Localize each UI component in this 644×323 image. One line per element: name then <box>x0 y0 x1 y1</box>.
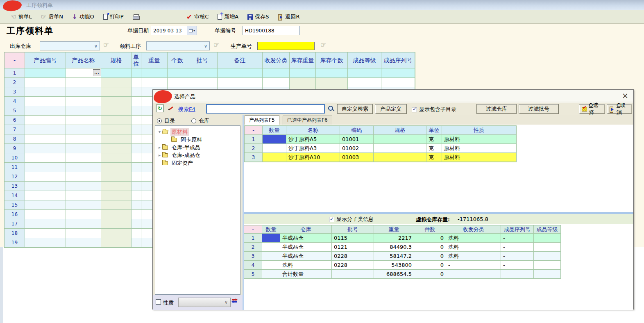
grid-cell[interactable] <box>381 68 415 78</box>
grid-cell[interactable] <box>262 243 280 252</box>
grid-cell[interactable]: 克 <box>426 144 442 153</box>
row-number-cell[interactable]: 4 <box>244 261 262 270</box>
grid-cell[interactable] <box>263 144 286 153</box>
grid-cell[interactable] <box>66 78 101 87</box>
grid-cell[interactable] <box>534 261 561 270</box>
grid-cell[interactable]: 克 <box>426 153 442 162</box>
search-label[interactable]: 搜索F4 <box>178 106 195 113</box>
grid-cell[interactable] <box>446 270 501 279</box>
expand-arrow-icon[interactable]: ▸ <box>157 145 162 150</box>
grid-cell[interactable] <box>534 270 561 279</box>
grid-cell[interactable]: 沙丁原料A5 <box>286 135 340 144</box>
grid-cell[interactable] <box>66 153 101 163</box>
row-number-cell[interactable]: 4 <box>5 97 25 106</box>
grid-cell[interactable] <box>101 78 132 87</box>
grid-cell[interactable] <box>25 87 66 97</box>
row-number-cell[interactable]: 18 <box>5 229 25 238</box>
grid-cell[interactable] <box>101 191 132 200</box>
grid-cell[interactable] <box>141 78 168 87</box>
ellipsis-button[interactable]: … <box>93 69 100 76</box>
filter-warehouse-button[interactable]: 过滤仓库 <box>476 104 517 114</box>
close-icon[interactable]: × <box>622 91 628 100</box>
grid-cell[interactable] <box>132 125 141 134</box>
magnifier-icon[interactable] <box>328 105 334 112</box>
grid-cell[interactable] <box>101 134 132 144</box>
grid-cell[interactable] <box>534 252 561 261</box>
edit-pen-icon[interactable] <box>168 105 174 111</box>
grid-cell[interactable] <box>101 229 132 238</box>
row-number-cell[interactable]: 13 <box>5 182 25 191</box>
grid-cell[interactable] <box>25 153 66 163</box>
row-number-cell[interactable]: 19 <box>5 238 25 248</box>
grid-cell[interactable] <box>66 163 101 172</box>
grid-cell[interactable] <box>101 238 132 248</box>
grid-cell[interactable]: - <box>501 261 534 270</box>
row-number-cell[interactable]: 10 <box>5 153 25 163</box>
grid-cell[interactable] <box>101 68 132 78</box>
custom-search-button[interactable]: 自定义检索 <box>337 104 373 114</box>
refresh-icon[interactable] <box>156 105 164 112</box>
grid-cell[interactable]: 01003 <box>340 153 374 162</box>
grid-cell[interactable]: 0 <box>414 252 446 261</box>
grid-cell[interactable] <box>66 210 101 219</box>
grid-cell[interactable]: … <box>66 68 101 78</box>
grid-cell[interactable]: 0228 <box>332 261 374 270</box>
picker-hand-icon[interactable]: ☞ <box>320 41 326 49</box>
grid-cell[interactable] <box>263 78 290 87</box>
grid-cell[interactable] <box>263 153 286 162</box>
grid-cell[interactable] <box>66 238 101 248</box>
grid-cell[interactable]: 原材料 <box>442 153 516 162</box>
grid-cell[interactable] <box>187 68 218 78</box>
grid-cell[interactable] <box>25 229 66 238</box>
new-button[interactable]: 新增A <box>218 13 238 20</box>
grid-cell[interactable]: 半成品仓 <box>280 243 332 252</box>
grid-cell[interactable]: 58147.2 <box>374 252 414 261</box>
grid-cell[interactable] <box>25 219 66 229</box>
grid-cell[interactable] <box>374 144 426 153</box>
warehouse-combobox[interactable]: ∨ <box>40 41 100 50</box>
grid-cell[interactable] <box>66 191 101 200</box>
grid-cell[interactable]: 0228 <box>332 252 374 261</box>
grid-cell[interactable]: 0 <box>414 243 446 252</box>
grid-cell[interactable] <box>218 68 263 78</box>
grid-cell[interactable] <box>101 200 132 210</box>
grid-cell[interactable] <box>101 144 132 153</box>
grid-cell[interactable] <box>66 182 101 191</box>
row-number-cell[interactable]: 12 <box>5 172 25 182</box>
row-number-cell[interactable]: 2 <box>5 78 25 87</box>
process-combobox[interactable]: ∨ <box>146 41 210 50</box>
grid-cell[interactable]: 合计数量 <box>280 270 332 279</box>
expand-arrow-icon[interactable]: ▾ <box>157 130 162 134</box>
grid-cell[interactable] <box>332 270 374 279</box>
grid-cell[interactable]: 0 <box>414 234 446 243</box>
grid-cell[interactable]: 洗料 <box>280 261 332 270</box>
row-number-cell[interactable]: 1 <box>5 68 25 78</box>
grid-cell[interactable]: 沙丁原料A3 <box>286 144 340 153</box>
nature-checkbox[interactable] <box>156 299 161 305</box>
row-number-cell[interactable]: 7 <box>5 125 25 134</box>
print-button[interactable]: 打印P <box>103 13 124 20</box>
grid-cell[interactable] <box>101 116 132 125</box>
grid-cell[interactable] <box>101 106 132 116</box>
grid-cell[interactable] <box>25 68 66 78</box>
grid-cell[interactable] <box>132 97 141 106</box>
row-number-cell[interactable]: 2 <box>244 243 262 252</box>
grid-cell[interactable] <box>132 200 141 210</box>
row-number-cell[interactable]: 8 <box>5 134 25 144</box>
tree-node[interactable]: 固定资产 <box>155 159 240 167</box>
audit-button[interactable]: 审核C <box>186 13 209 21</box>
grid-cell[interactable]: - <box>446 261 501 270</box>
grid-cell[interactable] <box>187 78 218 87</box>
grid-cell[interactable] <box>66 144 101 153</box>
grid-cell[interactable]: 84490.3 <box>374 243 414 252</box>
grid-cell[interactable] <box>374 153 426 162</box>
grid-cell[interactable] <box>66 87 101 97</box>
grid-cell[interactable] <box>25 200 66 210</box>
row-number-cell[interactable]: 15 <box>5 200 25 210</box>
grid-cell[interactable] <box>132 191 141 200</box>
production-no-input[interactable] <box>257 42 315 50</box>
grid-cell[interactable] <box>262 234 280 243</box>
row-number-cell[interactable]: 9 <box>5 144 25 153</box>
grid-cell[interactable] <box>132 182 141 191</box>
grid-cell[interactable] <box>132 172 141 182</box>
